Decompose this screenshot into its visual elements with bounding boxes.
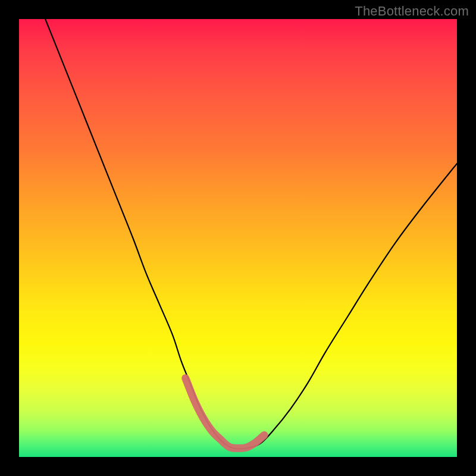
chart-svg [19, 19, 457, 457]
plot-area [19, 19, 457, 457]
chart-frame: TheBottleneck.com [0, 0, 476, 476]
optimal-range-highlight [186, 378, 264, 449]
watermark-text: TheBottleneck.com [355, 4, 469, 19]
bottleneck-curve [45, 19, 457, 449]
